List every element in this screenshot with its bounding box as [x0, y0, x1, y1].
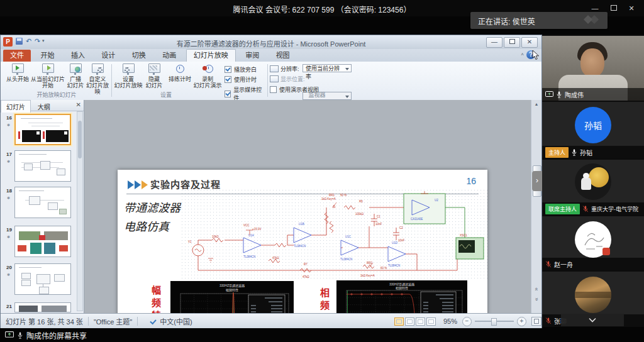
normal-view-icon[interactable] [394, 317, 404, 326]
record-slideshow-button[interactable]: 录制 幻灯片演示 [193, 63, 222, 89]
reading-view-icon[interactable] [416, 317, 425, 326]
zoom-slider[interactable] [475, 321, 514, 322]
animation-star-icon: ✱ [7, 234, 10, 239]
slide-sorter-view-icon[interactable] [405, 317, 414, 326]
next-slide-icon[interactable]: « [532, 296, 541, 302]
setup-slideshow-button[interactable]: 设置 幻灯片放映 [114, 63, 143, 89]
use-timings-checkbox[interactable]: 使用计时 [225, 75, 257, 84]
tab-view[interactable]: 视图 [269, 50, 297, 62]
ppt-titlebar[interactable]: P ↶ ↷ ▾ 有源二阶带通滤波器的分析与应用设计 - Microsoft Po… [1, 35, 541, 49]
rehearse-timings-button[interactable]: 排练计时 [167, 63, 193, 82]
ppt-minimize-icon[interactable]: — [486, 37, 502, 48]
svg-text:R6: R6 [359, 200, 363, 203]
ribbon-group-monitors: 分辨率: 使用当前分辨率 显示位置: 使用演示者视图 监视器 [270, 62, 364, 99]
video-tile-taochengwei[interactable]: 陶成伟 [542, 36, 644, 101]
tab-file[interactable]: 文件 [3, 50, 31, 62]
tab-slideshow[interactable]: 幻灯片放映 [186, 49, 236, 62]
animation-star-icon: ✱ [7, 196, 10, 200]
panel-tab-slides[interactable]: 幻灯片 [1, 100, 31, 113]
zoom-in-icon[interactable]: + [517, 317, 526, 326]
language-label[interactable]: 中文(中国) [160, 316, 192, 326]
slide-scrollbar[interactable]: ▲ « « [531, 100, 541, 313]
share-label: 陶成伟的屏幕共享 [26, 330, 87, 341]
sidebar-collapse-handle[interactable]: › [532, 171, 542, 191]
close-icon[interactable]: ✕ [626, 4, 636, 13]
svg-text:RR1: RR1 [329, 194, 335, 197]
ppt-restore-icon[interactable] [504, 37, 520, 48]
host-badge: 主持人 [545, 147, 569, 158]
slideshow-view-icon[interactable] [426, 317, 436, 326]
slide-thumbnail-17[interactable]: 17 ✱ [2, 150, 76, 182]
speaking-toast: 正在讲话: 侯世英 [470, 12, 608, 29]
from-current-slide-button[interactable]: 从当前幻灯片 开始 [31, 63, 65, 89]
svg-text:U1D: U1D [392, 241, 398, 245]
panel-close-icon[interactable]: ✕ [76, 101, 81, 108]
svg-text:47kΩ: 47kΩ [303, 275, 309, 279]
theme-name: "Office 主题" [94, 316, 132, 326]
svg-text:C1: C1 [377, 215, 380, 218]
participant-namebar: 联席主持人 重庆大学-电气学院 [542, 202, 644, 215]
chevron-icon [142, 180, 148, 189]
svg-text:50 %: 50 % [340, 194, 347, 197]
chevron-down-icon [588, 317, 597, 323]
participant-name: 孙韬 [580, 148, 592, 157]
ppt-close-icon[interactable]: ✕ [521, 37, 538, 48]
checkbox-icon [225, 66, 231, 73]
tab-insert[interactable]: 插入 [64, 50, 92, 62]
scroll-up-icon[interactable]: ▲ [533, 102, 540, 106]
svg-text:VCC: VCC [243, 224, 250, 227]
tab-design[interactable]: 设计 [94, 50, 122, 62]
broadcast-slideshow-button[interactable]: 广播 幻灯片 [65, 63, 86, 89]
from-beginning-button[interactable]: 从头开始 [4, 63, 31, 82]
zoom-out-icon[interactable]: − [462, 317, 472, 326]
ribbon-collapse-icon[interactable]: ˄ [521, 52, 524, 57]
svg-text:XSC1: XSC1 [460, 234, 467, 237]
zoom-level[interactable]: 95% [443, 317, 457, 325]
panel-scrollbar[interactable] [77, 111, 83, 311]
collapse-participants-button[interactable] [561, 314, 624, 326]
tab-home[interactable]: 开始 [33, 50, 61, 62]
svg-text:CA3140E: CA3140E [411, 218, 423, 221]
svg-text:V1: V1 [188, 240, 192, 243]
speaking-toast-text: 正在讲话: 侯世英 [478, 16, 535, 26]
group-label-start: 开始放映幻灯片 [3, 91, 110, 99]
svg-text:C2: C2 [399, 226, 403, 229]
slide-thumbnail-21[interactable]: 21 [2, 302, 76, 312]
slides-panel-header: 幻灯片 大纲 ✕ [1, 100, 84, 111]
powerpoint-window: P ↶ ↷ ▾ 有源二阶带通滤波器的分析与应用设计 - Microsoft Po… [0, 35, 542, 328]
svg-text:幅频特性: 幅频特性 [226, 288, 238, 292]
tab-animations[interactable]: 动画 [155, 50, 183, 62]
video-tile-cqu[interactable]: 联席主持人 重庆大学-电气学院 [542, 160, 644, 215]
video-tile-suntao[interactable]: 孙韬 主持人 孙韬 [542, 102, 644, 158]
zoom-slider-thumb[interactable] [491, 318, 497, 326]
panel-tab-outline[interactable]: 大纲 [33, 101, 55, 113]
chevron-icon [128, 180, 134, 189]
previous-slide-icon[interactable]: « [532, 286, 541, 292]
restore-icon[interactable] [609, 4, 619, 13]
mic-on-icon [571, 148, 577, 157]
hide-slide-button[interactable]: 隐藏 幻灯片 [143, 63, 165, 89]
tab-review[interactable]: 审阅 [238, 50, 266, 62]
video-tile-zhang[interactable]: 张聊 [542, 272, 644, 327]
fit-to-window-icon[interactable] [531, 317, 541, 326]
participants-sidebar: 陶成伟 孙韬 主持人 孙韬 联席主持人 [542, 35, 644, 327]
cohost-badge: 联席主持人 [545, 204, 580, 214]
tab-transitions[interactable]: 切换 [125, 50, 153, 62]
slide-thumbnail-18[interactable]: 18 ✱ [2, 187, 76, 218]
avatar [575, 163, 611, 200]
ribbon-tab-row: 文件 开始 插入 设计 切换 动画 幻灯片放映 审阅 视图 [1, 49, 541, 62]
participant-name: 赵一舟 [554, 260, 573, 269]
video-tile-zhaoyizhou[interactable]: 赵一舟 [542, 216, 644, 270]
resolution-dropdown[interactable]: 使用当前分辨率 [303, 64, 352, 72]
slide-thumbnail-19[interactable]: 19 ✱ [2, 226, 76, 260]
meeting-logo-icon [590, 15, 599, 24]
slide-thumbnail-20[interactable]: 20 ✱ [2, 263, 76, 299]
checkbox-icon [225, 76, 231, 83]
document-area: 幻灯片 大纲 ✕ 16 ✱ [1, 100, 541, 313]
panel-scrollbar-thumb[interactable] [78, 121, 82, 158]
animation-star-icon: ✱ [7, 159, 10, 163]
ppt-statusbar: 幻灯片 第 16 张, 共 34 张 "Office 主题" 中文(中国) 95… [1, 313, 541, 329]
svg-text:60 %: 60 % [380, 267, 387, 270]
play-narrations-checkbox[interactable]: 播放旁白 [225, 65, 257, 74]
slide-thumbnail-16[interactable]: 16 ✱ [2, 114, 76, 148]
